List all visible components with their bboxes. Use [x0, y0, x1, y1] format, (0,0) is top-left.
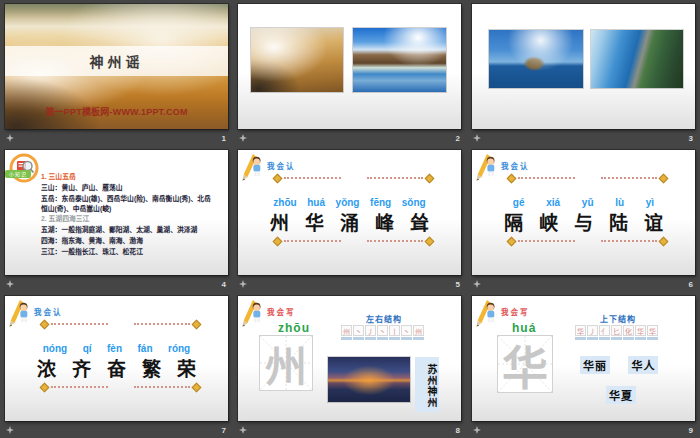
transition-star-icon[interactable] — [473, 280, 481, 288]
notes-line: 三山：黄山、庐山、雁荡山 — [41, 183, 211, 193]
character: 陆 — [609, 208, 628, 235]
word-tag: 华丽 — [580, 356, 610, 374]
slide-cell-7: 我会认 nóng qí fèn fán róng 浓 齐 奋 繁 荣 — [0, 292, 233, 438]
character-row: 隔 峡 与 陆 谊 — [496, 208, 671, 235]
stroke-tile: 华 — [647, 325, 658, 340]
slide-cell-3: 3 — [467, 0, 700, 146]
slide-cell-6: 我会认 gé xiá yǔ lù yì 隔 峡 与 陆 谊 6 — [467, 146, 700, 292]
pinyin: róng — [168, 343, 190, 354]
pushpin-icon — [659, 236, 669, 246]
slide-number: 8 — [456, 426, 460, 435]
pinyin: fēng — [370, 197, 391, 208]
stroke-tile: 化 — [623, 325, 634, 340]
slide-cell-8: 我会写 zhōu 州 左右结构 州 丶 丿 丶 丨 丶 州 — [233, 292, 467, 438]
notes-line: 2. 五湖四海三江 — [41, 214, 211, 224]
dotted-divider — [41, 383, 200, 391]
character: 繁 — [142, 354, 161, 381]
slide-thumbnail-9[interactable]: 我会写 huá 华 上下结构 华 丿 亻 匕 化 华 华 — [472, 296, 695, 421]
stroke-tile: 华 — [575, 325, 586, 340]
boy-with-pencil-icon — [7, 298, 31, 328]
boy-with-pencil-icon — [474, 152, 498, 182]
character: 耸 — [410, 208, 429, 235]
section-header: 我会写 — [267, 306, 296, 317]
character: 奋 — [107, 354, 126, 381]
photo-river-bend-mountain — [353, 28, 446, 92]
slide-thumbnail-1[interactable]: 神州谣 第一PPT模板网-WWW.1PPT.COM — [5, 4, 228, 129]
pinyin: xiá — [546, 197, 560, 208]
notes-line: 四海：指东海、黄海、南海、渤海 — [41, 236, 211, 246]
slide-sorter-grid: 神州谣 第一PPT模板网-WWW.1PPT.COM 1 2 3 — [0, 0, 700, 438]
word: 神州 — [426, 386, 437, 408]
notes-line: 1. 三山五岳 — [41, 172, 211, 182]
slide-thumbnail-7[interactable]: 我会认 nóng qí fèn fán róng 浓 齐 奋 繁 荣 — [5, 296, 228, 421]
transition-star-icon[interactable] — [6, 280, 14, 288]
pinyin: gé — [513, 197, 525, 208]
badge-ribbon-label: 小知识 — [5, 170, 31, 178]
stroke-tile: 丿 — [587, 325, 598, 340]
example-words-row: 华丽 华人 — [580, 356, 658, 374]
pushpin-icon — [659, 173, 669, 183]
stroke-tile: 丶 — [377, 325, 388, 340]
tianzige-box: 州 — [260, 336, 312, 390]
pushpin-icon — [507, 173, 517, 183]
slide-thumbnail-3[interactable] — [472, 4, 695, 129]
slide-number: 9 — [689, 426, 693, 435]
pinyin: fèn — [107, 343, 122, 354]
photo-hukou-waterfall — [251, 28, 343, 92]
transition-star-icon[interactable] — [473, 426, 481, 434]
slide-cell-2: 2 — [233, 0, 467, 146]
section-header: 我会认 — [501, 160, 530, 171]
slide-thumbnail-2[interactable] — [238, 4, 461, 129]
pinyin: yǒng — [336, 197, 360, 208]
slide-thumbnail-8[interactable]: 我会写 zhōu 州 左右结构 州 丶 丿 丶 丨 丶 州 — [238, 296, 461, 421]
word-tag: 华夏 — [606, 386, 636, 404]
structure-label: 上下结构 — [575, 313, 661, 324]
pushpin-icon — [507, 236, 517, 246]
character: 浓 — [37, 354, 56, 381]
slide-thumbnail-6[interactable]: 我会认 gé xiá yǔ lù yì 隔 峡 与 陆 谊 — [472, 150, 695, 275]
notes-line: 五湖：一般指洞庭湖、鄱阳湖、太湖、巢湖、洪泽湖 — [41, 225, 211, 235]
pushpin-icon — [425, 236, 435, 246]
slide-number: 6 — [689, 280, 693, 289]
watermark-text: 第一PPT模板网-WWW.1PPT.COM — [5, 105, 228, 118]
photo-water-town-night — [328, 357, 410, 402]
word-tag: 华人 — [628, 356, 658, 374]
dotted-divider — [41, 320, 200, 328]
practice-character: 华 — [498, 336, 552, 392]
photo-sea-arch-rocks — [489, 30, 583, 88]
transition-star-icon[interactable] — [239, 280, 247, 288]
character: 与 — [574, 208, 593, 235]
character-row: 州 华 涌 峰 耸 — [262, 208, 437, 235]
transition-star-icon[interactable] — [6, 426, 14, 434]
pushpin-icon — [192, 319, 202, 329]
pushpin-icon — [273, 236, 283, 246]
photo-coastal-cliff-road — [591, 30, 683, 88]
pinyin: yǔ — [582, 197, 594, 208]
character: 华 — [305, 208, 324, 235]
section-header: 我会认 — [267, 160, 296, 171]
transition-star-icon[interactable] — [239, 426, 247, 434]
notes-line: 三江：一般指长江、珠江、松花江 — [41, 247, 211, 257]
slide-cell-1: 神州谣 第一PPT模板网-WWW.1PPT.COM 1 — [0, 0, 233, 146]
boy-with-pencil-icon — [240, 152, 264, 182]
stroke-tile: 华 — [635, 325, 646, 340]
slide-number: 5 — [456, 280, 460, 289]
slide-number: 2 — [456, 134, 460, 143]
pinyin: sǒng — [402, 197, 426, 208]
dotted-divider — [274, 237, 433, 245]
section-header: 我会写 — [501, 306, 530, 317]
pinyin: lù — [615, 197, 624, 208]
slide-cell-9: 我会写 huá 华 上下结构 华 丿 亻 匕 化 华 华 — [467, 292, 700, 438]
notes-text-block: 1. 三山五岳 三山：黄山、庐山、雁荡山 五岳：东岳泰山(雄)、西岳华山(险)、… — [41, 172, 211, 258]
pinyin: qí — [83, 343, 92, 354]
slide-thumbnail-4[interactable]: 小知识 1. 三山五岳 三山：黄山、庐山、雁荡山 五岳：东岳泰山(雄)、西岳华山… — [5, 150, 228, 275]
transition-star-icon[interactable] — [239, 134, 247, 142]
example-words-row: 华夏 — [606, 386, 636, 404]
pinyin: huá — [307, 197, 325, 208]
stroke-tile: 匕 — [611, 325, 622, 340]
transition-star-icon[interactable] — [6, 134, 14, 142]
slide-cell-5: 我会认 zhōu huá yǒng fēng sǒng 州 华 涌 峰 耸 — [233, 146, 467, 292]
character: 峰 — [375, 208, 394, 235]
transition-star-icon[interactable] — [473, 134, 481, 142]
slide-thumbnail-5[interactable]: 我会认 zhōu huá yǒng fēng sǒng 州 华 涌 峰 耸 — [238, 150, 461, 275]
